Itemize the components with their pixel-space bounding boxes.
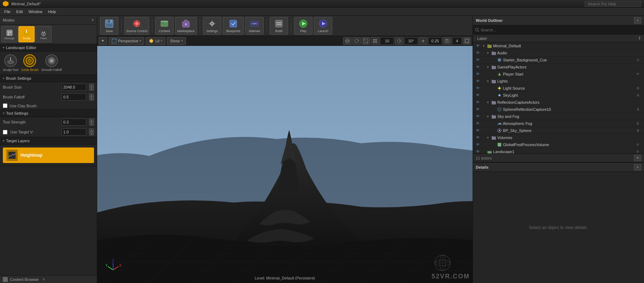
brush-falloff-down[interactable]: ▼ [89,97,94,101]
menu-file[interactable]: File [1,9,13,14]
tree-player-start[interactable]: 👁 Player Start P [473,71,644,78]
snap-button[interactable] [371,37,379,45]
brush-size-down[interactable]: ▼ [89,87,94,91]
world-grid-button[interactable] [343,37,352,45]
maximize-button[interactable] [463,37,471,45]
use-target-checkbox[interactable] [3,130,7,134]
source-control-button[interactable]: Source Control [124,17,149,35]
launch-button[interactable]: Launch [314,17,332,35]
heightmap-icon [6,150,18,161]
tree-starter-cue[interactable]: 👁 Starter_Background_Cue A [473,56,644,64]
tool-strength-up[interactable]: ▲ [89,119,94,122]
play-button[interactable]: Play [294,17,312,35]
tree-bp-sky[interactable]: 👁 BP_Sky_Sphere B [473,127,644,134]
tree-reflection[interactable]: 👁 ▾ ReflectionCaptureActors [473,99,644,106]
tree-landscape1[interactable]: 👁 Landscape1 F [473,148,644,153]
heightmap-layer[interactable]: Heightmap [3,147,94,163]
actor-count-toggle[interactable]: 👁 [634,155,641,161]
brush-falloff-up[interactable]: ▲ [89,94,94,97]
outliner-search-input[interactable] [481,28,642,32]
scale-button[interactable] [362,37,370,45]
eye-volumes[interactable]: 👁 [474,134,481,141]
content-browser-close[interactable]: ✕ [42,278,45,281]
tree-audio[interactable]: 👁 ▾ Audio [473,49,644,56]
smooth-brush-type[interactable]: Smooth Falloff [41,54,62,72]
eye-bp-sky[interactable]: 👁 [474,127,481,134]
grid-size-input[interactable] [380,37,394,45]
tree-lights[interactable]: 👁 ▾ Lights [473,78,644,85]
eye-lights[interactable]: 👁 [474,78,481,85]
outliner-menu-button[interactable]: ▾ [634,17,641,24]
tree-sky-fog[interactable]: 👁 ▾ Sky and Fog [473,113,644,120]
use-target-up[interactable]: ▲ [89,128,94,132]
right-panel: World Outliner ▾ Label T 👁 ▾ M [473,16,644,283]
rotate-button[interactable] [352,37,361,45]
scale-snap-button[interactable] [419,37,427,45]
eye-starter-cue[interactable]: 👁 [474,56,481,64]
tool-settings-header[interactable]: Tool Settings [0,110,97,117]
menu-help[interactable]: Help [45,9,59,14]
content-button[interactable]: Content [155,17,174,35]
tree-gameplay[interactable]: 👁 ▾ GamePlayActors [473,64,644,71]
eye-reflection[interactable]: 👁 [474,99,481,106]
circle-brush-type[interactable]: Circle Brush [21,54,39,72]
perspective-button[interactable]: Perspective ▾ [109,37,144,45]
eye-minimal-default[interactable]: 👁 [474,42,481,49]
eye-post-process[interactable]: 👁 [474,141,481,148]
use-target-down[interactable]: ▼ [89,132,94,136]
use-clay-checkbox[interactable] [3,103,7,108]
eye-light-source[interactable]: 👁 [474,85,481,92]
eye-gameplay[interactable]: 👁 [474,64,481,71]
brush-falloff-input[interactable] [62,94,86,101]
tree-atm-fog[interactable]: 👁 Atmospheric Fog E [473,120,644,127]
eye-sky-fog[interactable]: 👁 [474,113,481,120]
tree-post-process[interactable]: 👁 GlobalPostProcessVolume F [473,141,644,148]
blueprints-button[interactable]: Blueprints [223,17,244,35]
use-target-input[interactable] [62,128,86,136]
build-button[interactable]: Build [270,17,288,35]
tree-sphere-rc10[interactable]: 👁 SphereReflectionCapture10 S [473,106,644,113]
tool-settings-section: Tool Settings Tool Strength ▲ ▼ Use Targ… [0,110,97,137]
eye-skylight[interactable]: 👁 [474,92,481,99]
eye-audio[interactable]: 👁 [474,49,481,56]
scale-input[interactable] [428,37,442,45]
tree-skylight[interactable]: 👁 SkyLight S [473,92,644,99]
tool-strength-input[interactable] [62,119,86,126]
modes-label: Modes [3,18,14,22]
tree-minimal-default[interactable]: 👁 ▾ Minimal_Default [473,42,644,49]
details-menu-button[interactable]: ▾ [634,164,641,170]
manage-tool-button[interactable]: Manage [1,26,18,42]
search-help-input[interactable] [585,1,641,7]
eye-atm-fog[interactable]: 👁 [474,120,481,127]
sculpt-brush-type[interactable]: Sculpt Tool [3,54,18,72]
viewport-dropdown-btn[interactable]: ▾ [99,37,107,45]
eye-sphere-rc10[interactable]: 👁 [474,106,481,113]
show-button[interactable]: Show ▾ [167,37,186,45]
angle-button[interactable] [395,37,403,45]
menu-window[interactable]: Window [26,9,45,14]
tool-strength-down[interactable]: ▼ [89,122,94,126]
tree-volumes[interactable]: 👁 ▾ Volumes [473,134,644,141]
camera-button[interactable] [443,37,451,45]
brush-size-up[interactable]: ▲ [89,84,94,87]
modes-close-button[interactable]: ✕ [91,18,94,22]
tree-light-source[interactable]: 👁 Light Source D [473,85,644,92]
eye-player-start[interactable]: 👁 [474,71,481,78]
paint-tool-button[interactable]: Paint [35,26,52,42]
settings-button[interactable]: Settings [203,17,221,35]
marketplace-button[interactable]: Marketplace [175,17,197,35]
landscape-editor-header[interactable]: Landscape Editor [0,44,97,52]
camera-speed-input[interactable] [452,37,462,45]
viewport[interactable]: X Y Z Level: Minimal_Default (Pe [97,46,473,283]
eye-landscape1[interactable]: 👁 [474,148,481,154]
sculpt-tool-button[interactable]: Sculpt [18,26,35,42]
save-button[interactable]: Save [100,17,118,35]
brush-size-input[interactable] [62,84,86,91]
rotation-input[interactable] [404,37,418,45]
menu-edit[interactable]: Edit [13,9,26,14]
target-layers-header[interactable]: Target Layers [0,137,97,145]
matinee-button[interactable]: Matinee [245,17,264,35]
svg-rect-96 [492,52,496,55]
brush-settings-header[interactable]: Brush Settings [0,75,97,82]
lit-button[interactable]: Lit ▾ [146,37,165,45]
